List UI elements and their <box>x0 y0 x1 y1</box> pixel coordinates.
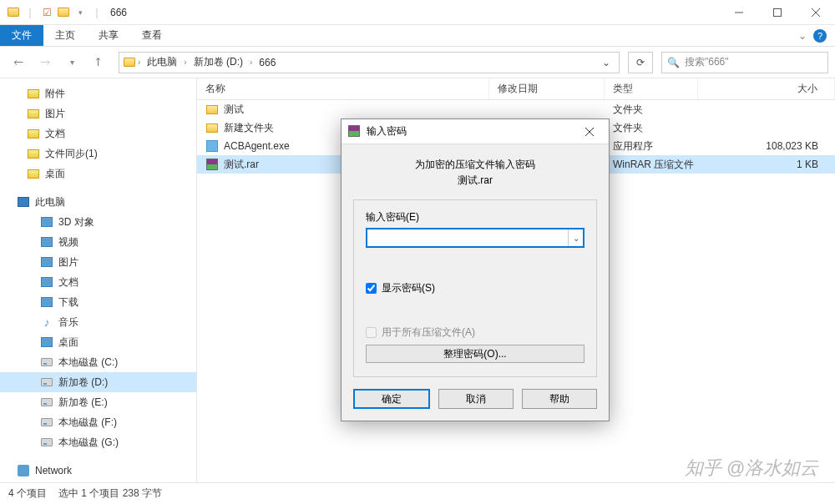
tab-home[interactable]: 主页 <box>43 25 87 46</box>
file-row[interactable]: 测试文件夹 <box>197 100 835 118</box>
sidebar-item[interactable]: 视频 <box>0 232 196 252</box>
column-name[interactable]: 名称 <box>197 78 489 99</box>
nav-toolbar: 🡐 🡒 ▾ 🡑 › 此电脑 › 新加卷 (D:) › 666 ⌄ ⟳ 🔍 搜索"… <box>0 47 835 78</box>
sidebar-item[interactable]: 图片 <box>0 252 196 272</box>
music-icon: ♪ <box>40 315 53 329</box>
sidebar-item[interactable]: 桌面 <box>0 332 196 352</box>
file-size: 1 KB <box>698 159 835 170</box>
password-dialog: 输入密码 为加密的压缩文件输入密码 测试.rar 输入密码(E) ⌄ 显示密码(… <box>341 118 610 421</box>
file-size: 108,023 KB <box>698 140 835 152</box>
search-input[interactable]: 🔍 搜索"666" <box>661 52 828 73</box>
password-input[interactable] <box>367 229 568 246</box>
sidebar-item[interactable]: 文档 <box>0 123 196 144</box>
folder-icon <box>57 6 70 19</box>
sidebar-item[interactable]: 桌面 <box>0 164 196 184</box>
chevron-right-icon[interactable]: › <box>182 58 188 67</box>
column-headers: 名称 修改日期 类型 大小 <box>197 78 835 100</box>
help-button[interactable]: 帮助 <box>522 389 597 409</box>
sidebar-item[interactable]: 本地磁盘 (F:) <box>0 412 196 432</box>
file-icon <box>205 121 219 134</box>
breadcrumb-folder[interactable]: 666 <box>254 57 281 68</box>
dialog-close-button[interactable] <box>577 122 602 142</box>
dialog-title: 输入密码 <box>367 124 407 139</box>
chevron-right-icon[interactable]: › <box>136 58 142 67</box>
file-name-text: 测试 <box>224 103 244 117</box>
item-count: 4 个项目 <box>8 486 47 501</box>
column-date[interactable]: 修改日期 <box>489 78 605 99</box>
sidebar-item[interactable]: ♪音乐 <box>0 312 196 332</box>
divider-icon: | <box>90 6 104 19</box>
svg-rect-1 <box>774 8 782 16</box>
selection-info: 选中 1 个项目 238 字节 <box>58 486 162 501</box>
search-placeholder: 搜索"666" <box>685 55 729 69</box>
sidebar-this-pc[interactable]: 此电脑 <box>0 192 196 212</box>
chevron-right-icon[interactable]: › <box>248 58 254 67</box>
sidebar-item[interactable]: 本地磁盘 (C:) <box>0 352 196 372</box>
up-button[interactable]: 🡑 <box>87 51 110 74</box>
breadcrumb-drive[interactable]: 新加卷 (D:) <box>189 55 248 69</box>
breadcrumb-pc[interactable]: 此电脑 <box>142 55 182 69</box>
dialog-titlebar[interactable]: 输入密码 <box>342 119 609 144</box>
recent-dropdown[interactable]: ▾ <box>60 51 84 74</box>
sidebar-item[interactable]: 文档 <box>0 272 196 292</box>
ribbon-tabs: 文件 主页 共享 查看 ⌄ ? <box>0 25 835 47</box>
column-size[interactable]: 大小 <box>698 78 835 99</box>
file-type: 文件夹 <box>605 121 698 135</box>
file-type: 应用程序 <box>605 139 698 154</box>
file-type: WinRAR 压缩文件 <box>605 158 698 172</box>
sidebar-item[interactable]: 图片 <box>0 103 196 123</box>
titlebar-qat: | ☑ ▾ | <box>0 6 104 19</box>
divider-icon: | <box>23 6 37 19</box>
sidebar-network[interactable]: Network <box>0 461 196 481</box>
address-dropdown-icon[interactable]: ⌄ <box>597 57 615 68</box>
refresh-button[interactable]: ⟳ <box>628 52 653 73</box>
file-name-text: 新建文件夹 <box>224 121 274 135</box>
password-dropdown-icon[interactable]: ⌄ <box>568 229 583 246</box>
all-files-checkbox: 用于所有压缩文件(A) <box>366 325 584 340</box>
back-button[interactable]: 🡐 <box>7 51 30 74</box>
folder-icon <box>7 6 20 19</box>
tab-file[interactable]: 文件 <box>0 25 43 46</box>
ribbon-collapse-icon[interactable]: ⌄ <box>798 30 807 42</box>
cancel-button[interactable]: 取消 <box>438 389 514 409</box>
all-files-input <box>366 327 377 338</box>
window-controls <box>720 0 835 25</box>
window-titlebar: | ☑ ▾ | 666 <box>0 0 835 25</box>
tab-share[interactable]: 共享 <box>87 25 130 46</box>
column-type[interactable]: 类型 <box>605 78 698 99</box>
ok-button[interactable]: 确定 <box>353 389 430 409</box>
show-password-checkbox[interactable]: 显示密码(S) <box>366 281 584 295</box>
password-label: 输入密码(E) <box>366 210 584 224</box>
sidebar-item[interactable]: 本地磁盘 (G:) <box>0 432 196 452</box>
nav-sidebar[interactable]: 附件 图片 文档 文件同步(1) 桌面 此电脑 3D 对象 视频 图片 文档 下… <box>0 78 197 482</box>
close-button[interactable] <box>797 0 835 25</box>
sidebar-item[interactable]: 新加卷 (E:) <box>0 392 196 412</box>
show-password-input[interactable] <box>366 283 377 294</box>
check-icon[interactable]: ☑ <box>40 6 53 19</box>
file-name-text: 测试.rar <box>224 158 259 172</box>
file-icon <box>205 158 219 171</box>
sidebar-item[interactable]: 文件同步(1) <box>0 144 196 164</box>
file-icon <box>205 103 219 116</box>
forward-button[interactable]: 🡒 <box>33 51 57 74</box>
dialog-header: 为加密的压缩文件输入密码 <box>353 153 597 174</box>
sidebar-item[interactable]: 3D 对象 <box>0 212 196 232</box>
password-input-wrap: ⌄ <box>366 228 584 248</box>
status-bar: 4 个项目 选中 1 个项目 238 字节 <box>0 482 835 504</box>
sidebar-item[interactable]: 新加卷 (D:) <box>0 372 196 392</box>
rar-icon <box>348 125 362 139</box>
window-title: 666 <box>110 7 127 18</box>
qat-dropdown-icon[interactable]: ▾ <box>73 6 87 19</box>
dialog-filename: 测试.rar <box>353 174 597 199</box>
sidebar-item[interactable]: 附件 <box>0 83 196 103</box>
tab-view[interactable]: 查看 <box>130 25 174 46</box>
help-icon[interactable]: ? <box>813 29 827 43</box>
sidebar-item[interactable]: 下载 <box>0 292 196 312</box>
file-name-text: ACBAgent.exe <box>224 140 290 152</box>
maximize-button[interactable] <box>758 0 797 25</box>
minimize-button[interactable] <box>720 0 758 25</box>
address-bar[interactable]: › 此电脑 › 新加卷 (D:) › 666 ⌄ <box>119 52 620 73</box>
organize-passwords-button[interactable]: 整理密码(O)... <box>366 345 584 363</box>
file-type: 文件夹 <box>605 103 698 117</box>
file-icon <box>205 139 219 153</box>
